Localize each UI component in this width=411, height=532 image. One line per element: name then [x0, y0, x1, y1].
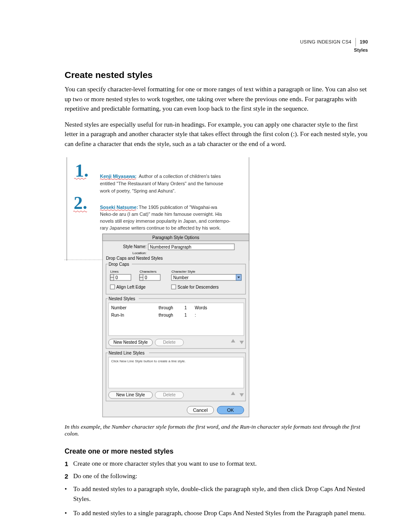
svg-text:Numbered Paragraph: Numbered Paragraph [150, 245, 191, 249]
intro-paragraph-2: Nested styles are especially useful for … [65, 120, 368, 149]
svg-text:through: through [159, 305, 173, 310]
svg-text:Cancel: Cancel [193, 408, 208, 413]
svg-rect-34 [140, 277, 143, 280]
svg-text:rary Japanese writers continue: rary Japanese writers continue to be aff… [100, 225, 221, 230]
svg-text:Soseki Natsume:: Soseki Natsume: [100, 205, 138, 210]
svg-text:Words: Words [195, 305, 207, 310]
svg-text::: : [195, 313, 196, 317]
step-number: 2 [65, 471, 73, 481]
svg-text:New Nested Style: New Nested Style [113, 340, 148, 345]
svg-text:Characters: Characters [140, 270, 156, 274]
figure-caption: In this example, the Number character st… [65, 423, 368, 437]
svg-text:novels still enjoy immense pop: novels still enjoy immense popularity in… [100, 218, 230, 224]
svg-text:Drop Caps: Drop Caps [109, 262, 129, 267]
svg-text:Lines: Lines [110, 270, 118, 274]
svg-text:Align Left Edge: Align Left Edge [116, 285, 146, 289]
svg-text:Number: Number [111, 305, 127, 310]
svg-rect-33 [140, 274, 143, 277]
svg-text:The 1905 publication of "Wagah: The 1905 publication of "Wagahai-wa [139, 205, 218, 210]
subsection-heading: Create one or more nested styles [65, 448, 368, 455]
bullet-text: To add nested styles to a single paragra… [73, 508, 366, 518]
header-product: USING INDESIGN CS4 [300, 39, 351, 44]
page-number: 190 [360, 39, 368, 44]
svg-text:OK: OK [227, 408, 234, 413]
svg-text:1: 1 [184, 313, 187, 317]
intro-paragraph-1: You can specify character-level formatti… [65, 84, 368, 114]
svg-text:Paragraph Style Options: Paragraph Style Options [153, 235, 199, 240]
svg-text:Click New Line Style button to: Click New Line Style button to create a … [111, 359, 186, 363]
step-2: 2 Do one of the following: [65, 471, 368, 481]
step-1: 1 Create one or more character styles th… [65, 459, 368, 469]
svg-text:Author of a collection of chil: Author of a collection of children's tal… [139, 174, 221, 179]
svg-text:Nested Line Styles: Nested Line Styles [109, 351, 144, 355]
bullet-marker: • [65, 508, 73, 518]
svg-text:Drop Caps and Nested Styles: Drop Caps and Nested Styles [106, 256, 163, 261]
svg-rect-46 [109, 303, 244, 336]
svg-text:0: 0 [115, 275, 118, 280]
step-number: 1 [65, 459, 73, 469]
step-text: Do one of the following: [73, 471, 137, 481]
svg-text:Run-In: Run-In [111, 313, 124, 317]
svg-text:Number: Number [173, 275, 189, 280]
example-figure: 1. Kenji Miyasawa: Author of a collectio… [65, 157, 368, 420]
svg-text:1.: 1. [75, 161, 89, 180]
bullet-marker: • [65, 484, 73, 504]
svg-rect-30 [110, 277, 114, 280]
section-heading: Create nested styles [65, 70, 368, 80]
svg-text:Character Style: Character Style [171, 270, 196, 274]
svg-text:1: 1 [184, 305, 187, 310]
bullet-item: • To add nested styles to a paragraph st… [65, 484, 368, 504]
svg-rect-29 [110, 274, 114, 277]
step-text: Create one or more character styles that… [73, 459, 257, 469]
header-section: Styles [65, 47, 368, 53]
bullet-text: To add nested styles to a paragraph styl… [73, 484, 368, 504]
svg-text:0: 0 [145, 275, 147, 280]
svg-text:Style Name:: Style Name: [123, 244, 146, 249]
running-header: USING INDESIGN CS4 190 Styles [65, 38, 368, 53]
svg-text:Delete: Delete [163, 340, 176, 345]
svg-text:New Line Style: New Line Style [116, 392, 145, 397]
svg-text:Kenji Miyasawa:: Kenji Miyasawa: [100, 174, 137, 179]
svg-rect-39 [110, 285, 115, 289]
svg-text:2.: 2. [74, 193, 87, 213]
svg-text:Location:: Location: [133, 251, 146, 255]
svg-text:work of poetry, "Spring and As: work of poetry, "Spring and Ashura". [100, 188, 176, 193]
svg-text:Nested Styles: Nested Styles [109, 296, 135, 301]
svg-text:entitled "The Restaurant of Ma: entitled "The Restaurant of Many Orders"… [100, 181, 223, 186]
svg-text:through: through [159, 313, 173, 317]
svg-text:Scale for Descenders: Scale for Descenders [177, 285, 219, 289]
svg-text:Neko-de aru (I am Cat)" made h: Neko-de aru (I am Cat)" made him famouse… [100, 212, 222, 217]
svg-text:Delete: Delete [163, 392, 176, 397]
svg-rect-41 [171, 285, 176, 289]
bullet-item: • To add nested styles to a single parag… [65, 508, 368, 518]
